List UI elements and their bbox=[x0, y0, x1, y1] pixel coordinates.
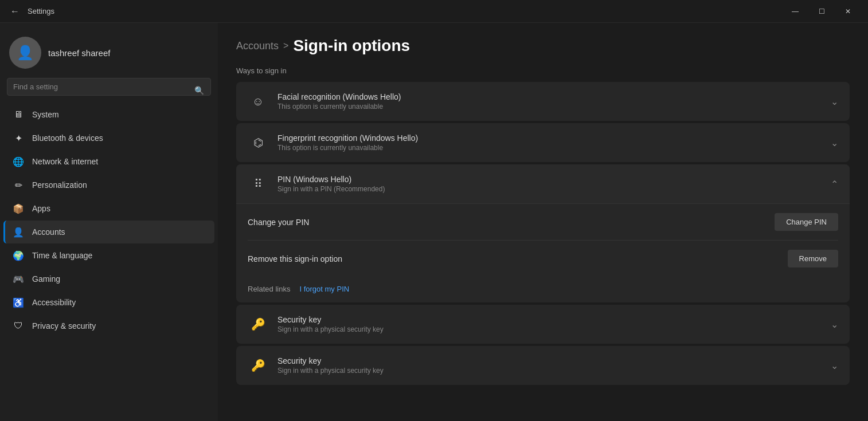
pin-icon: ⠿ bbox=[248, 174, 268, 194]
facial-chevron: ⌄ bbox=[831, 96, 838, 107]
sidebar: 👤 tashreef shareef 🔍 🖥 System ✦ Bluetoot… bbox=[0, 23, 218, 421]
security_key-chevron: ⌄ bbox=[831, 360, 838, 371]
sidebar-label-accessibility: Accessibility bbox=[32, 298, 76, 307]
main-layout: 👤 tashreef shareef 🔍 🖥 System ✦ Bluetoot… bbox=[0, 23, 868, 421]
breadcrumb-accounts[interactable]: Accounts bbox=[236, 40, 279, 52]
nav-list: 🖥 System ✦ Bluetooth & devices 🌐 Network… bbox=[0, 103, 218, 338]
remove-pin-label: Remove this sign-in option bbox=[248, 254, 788, 263]
related-links: Related links I forgot my PIN bbox=[248, 277, 838, 302]
sidebar-item-network[interactable]: 🌐 Network & internet bbox=[3, 150, 214, 173]
remove-pin-row: Remove this sign-in option Remove bbox=[248, 241, 838, 277]
security_key-title: Security key bbox=[277, 356, 822, 365]
sidebar-label-accounts: Accounts bbox=[32, 227, 65, 237]
facial-text: Facial recognition (Windows Hello) This … bbox=[277, 92, 822, 111]
fingerprint-title: Fingerprint recognition (Windows Hello) bbox=[277, 133, 822, 143]
sidebar-item-accessibility[interactable]: ♿ Accessibility bbox=[3, 291, 214, 314]
search-input[interactable] bbox=[7, 78, 211, 96]
signin-card-facial: ☺ Facial recognition (Windows Hello) Thi… bbox=[236, 82, 850, 121]
pin-chevron: ⌃ bbox=[831, 179, 838, 190]
sidebar-item-gaming[interactable]: 🎮 Gaming bbox=[3, 267, 214, 290]
related-links-label: Related links bbox=[248, 285, 290, 293]
security_key-text: Security key Sign in with a physical sec… bbox=[277, 356, 822, 375]
sidebar-label-apps: Apps bbox=[32, 204, 50, 213]
back-button[interactable]: ← bbox=[7, 3, 23, 19]
fingerprint-chevron: ⌄ bbox=[831, 137, 838, 148]
sidebar-label-system: System bbox=[32, 110, 59, 119]
system-icon: 🖥 bbox=[13, 109, 24, 120]
security-key-desc: Sign in with a physical security key bbox=[277, 325, 822, 333]
signin-row-pin[interactable]: ⠿ PIN (Windows Hello) Sign in with a PIN… bbox=[236, 164, 850, 203]
forgot-pin-link[interactable]: I forgot my PIN bbox=[299, 285, 349, 293]
minimize-button[interactable]: — bbox=[782, 2, 808, 21]
sidebar-item-accounts[interactable]: 👤 Accounts bbox=[3, 221, 214, 243]
security-key-title: Security key bbox=[277, 315, 822, 324]
fingerprint-desc: This option is currently unavailable bbox=[277, 144, 822, 152]
personalization-icon: ✏ bbox=[13, 179, 24, 191]
breadcrumb: Accounts > Sign-in options bbox=[236, 37, 850, 55]
titlebar-title: Settings bbox=[28, 7, 777, 15]
pin-text: PIN (Windows Hello) Sign in with a PIN (… bbox=[277, 175, 822, 193]
signin-card-security_key: 🔑 Security key Sign in with a physical s… bbox=[236, 346, 850, 385]
signin-options-list: ☺ Facial recognition (Windows Hello) Thi… bbox=[236, 82, 850, 385]
remove-button[interactable]: Remove bbox=[788, 250, 838, 267]
security-key-chevron: ⌄ bbox=[831, 319, 838, 330]
privacy-icon: 🛡 bbox=[13, 320, 24, 332]
signin-row-fingerprint[interactable]: ⌬ Fingerprint recognition (Windows Hello… bbox=[236, 123, 850, 162]
avatar-icon: 👤 bbox=[17, 45, 34, 61]
security-key-icon: 🔑 bbox=[248, 314, 268, 335]
security-key-text: Security key Sign in with a physical sec… bbox=[277, 315, 822, 333]
content-area: Accounts > Sign-in options Ways to sign … bbox=[218, 23, 868, 421]
gaming-icon: 🎮 bbox=[13, 273, 24, 285]
fingerprint-text: Fingerprint recognition (Windows Hello) … bbox=[277, 133, 822, 152]
facial-title: Facial recognition (Windows Hello) bbox=[277, 92, 822, 101]
sidebar-item-time[interactable]: 🌍 Time & language bbox=[3, 244, 214, 267]
facial-desc: This option is currently unavailable bbox=[277, 103, 822, 111]
pin-desc: Sign in with a PIN (Recommended) bbox=[277, 185, 822, 193]
sidebar-label-privacy: Privacy & security bbox=[32, 321, 96, 330]
sidebar-item-system[interactable]: 🖥 System bbox=[3, 103, 214, 126]
user-profile: 👤 tashreef shareef bbox=[0, 23, 218, 78]
accessibility-icon: ♿ bbox=[13, 297, 24, 308]
network-icon: 🌐 bbox=[13, 156, 24, 167]
change-pin-button[interactable]: Change PIN bbox=[775, 213, 838, 231]
sidebar-label-time: Time & language bbox=[32, 251, 92, 260]
maximize-button[interactable]: ☐ bbox=[808, 2, 835, 21]
signin-row-facial[interactable]: ☺ Facial recognition (Windows Hello) Thi… bbox=[236, 82, 850, 121]
change-pin-row: Change your PIN Change PIN bbox=[248, 204, 838, 241]
facial-icon: ☺ bbox=[248, 91, 268, 112]
apps-icon: 📦 bbox=[13, 203, 24, 214]
close-button[interactable]: ✕ bbox=[835, 2, 861, 21]
time-icon: 🌍 bbox=[13, 250, 24, 261]
accounts-icon: 👤 bbox=[13, 226, 24, 238]
signin-card-security-key: 🔑 Security key Sign in with a physical s… bbox=[236, 305, 850, 344]
signin-card-fingerprint: ⌬ Fingerprint recognition (Windows Hello… bbox=[236, 123, 850, 162]
signin-card-pin: ⠿ PIN (Windows Hello) Sign in with a PIN… bbox=[236, 164, 850, 302]
pin-body: Change your PIN Change PIN Remove this s… bbox=[236, 203, 850, 302]
sidebar-label-personalization: Personalization bbox=[32, 180, 87, 190]
change-pin-label: Change your PIN bbox=[248, 218, 775, 227]
pin-title: PIN (Windows Hello) bbox=[277, 175, 822, 184]
breadcrumb-separator: > bbox=[283, 41, 288, 51]
titlebar: ← Settings — ☐ ✕ bbox=[0, 0, 868, 23]
security_key-desc: Sign in with a physical security key bbox=[277, 367, 822, 375]
signin-row-security-key[interactable]: 🔑 Security key Sign in with a physical s… bbox=[236, 305, 850, 344]
window-controls: — ☐ ✕ bbox=[782, 2, 861, 21]
sidebar-item-privacy[interactable]: 🛡 Privacy & security bbox=[3, 314, 214, 337]
fingerprint-icon: ⌬ bbox=[248, 132, 268, 153]
sidebar-item-personalization[interactable]: ✏ Personalization bbox=[3, 174, 214, 196]
signin-row-security_key[interactable]: 🔑 Security key Sign in with a physical s… bbox=[236, 346, 850, 385]
search-container: 🔍 bbox=[0, 78, 218, 103]
section-label: Ways to sign in bbox=[236, 66, 850, 75]
bluetooth-icon: ✦ bbox=[13, 132, 24, 144]
user-name: tashreef shareef bbox=[48, 48, 110, 58]
sidebar-item-bluetooth[interactable]: ✦ Bluetooth & devices bbox=[3, 127, 214, 149]
sidebar-label-bluetooth: Bluetooth & devices bbox=[32, 133, 103, 143]
security_key-icon: 🔑 bbox=[248, 355, 268, 376]
sidebar-item-apps[interactable]: 📦 Apps bbox=[3, 197, 214, 220]
search-icon: 🔍 bbox=[194, 86, 204, 95]
sidebar-label-network: Network & internet bbox=[32, 157, 98, 166]
page-title: Sign-in options bbox=[293, 37, 410, 55]
avatar: 👤 bbox=[9, 37, 41, 69]
sidebar-label-gaming: Gaming bbox=[32, 274, 60, 284]
